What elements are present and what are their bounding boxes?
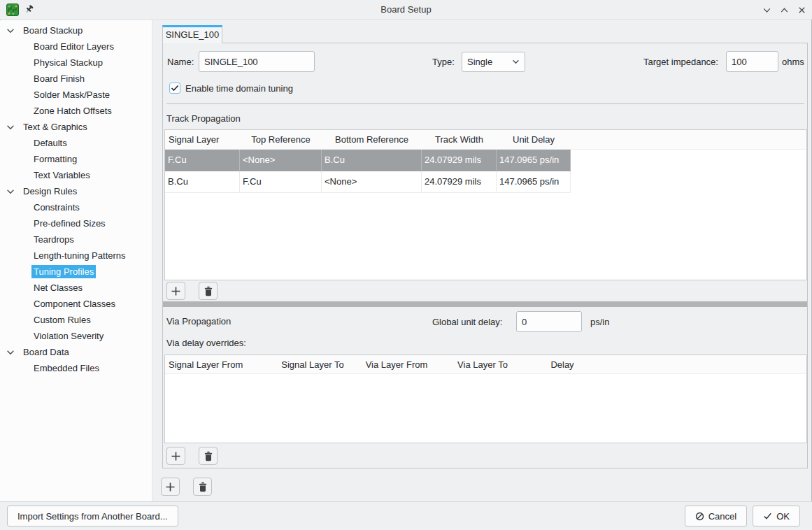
sidebar-item-constraints[interactable]: Constraints <box>0 199 152 215</box>
minimize-button[interactable] <box>762 5 771 15</box>
sidebar-item-tuning-profiles[interactable]: Tuning Profiles <box>0 264 152 280</box>
column-header: Signal Layer To <box>270 355 355 373</box>
delete-profile-button[interactable] <box>193 478 212 496</box>
table-row: B.Cu F.Cu <None> 24.07929 mils 147.0965 … <box>165 171 806 193</box>
column-header: Via Layer To <box>438 355 527 373</box>
check-icon <box>763 512 772 520</box>
enable-time-domain-label[interactable]: Enable time domain tuning <box>185 83 293 94</box>
close-button[interactable] <box>797 5 806 15</box>
global-unit-delay-input[interactable] <box>516 311 582 332</box>
column-header: Track Width <box>422 130 497 149</box>
cell-unit-delay[interactable]: 147.0965 ps/in <box>497 171 571 193</box>
sidebar-item-custom-rules[interactable]: Custom Rules <box>0 312 152 328</box>
sidebar-item-board-finish[interactable]: Board Finish <box>0 71 152 87</box>
cell-signal-layer[interactable]: F.Cu <box>165 150 240 171</box>
target-impedance-unit: ohms <box>782 56 804 69</box>
maximize-button[interactable] <box>779 5 789 15</box>
sidebar-section-text-graphics[interactable]: Text & Graphics <box>0 119 152 135</box>
cell-signal-layer[interactable]: B.Cu <box>165 171 240 193</box>
name-label: Name: <box>167 56 194 69</box>
global-unit-delay-label: Global unit delay: <box>432 316 502 329</box>
cell-bottom-reference[interactable]: B.Cu <box>322 150 422 171</box>
chevron-down-icon <box>512 58 520 66</box>
chevron-down-icon <box>6 27 15 35</box>
chevron-down-icon <box>6 187 15 196</box>
dialog-footer: Import Settings from Another Board... Ca… <box>0 501 812 530</box>
global-unit-delay-unit: ps/in <box>590 316 609 329</box>
enable-time-domain-checkbox[interactable] <box>169 83 180 94</box>
target-impedance-label: Target impedance: <box>643 56 718 69</box>
sidebar-section-label: Board Stackup <box>21 24 85 37</box>
sidebar-item-teardrops[interactable]: Teardrops <box>0 231 152 248</box>
track-propagation-title: Track Propagation <box>166 113 241 124</box>
cell-track-width[interactable]: 24.07929 mils <box>422 150 497 171</box>
import-settings-button[interactable]: Import Settings from Another Board... <box>7 506 178 527</box>
sidebar-item-text-variables[interactable]: Text Variables <box>0 167 152 183</box>
window-title: Board Setup <box>0 0 812 20</box>
sidebar-item-component-classes[interactable]: Component Classes <box>0 296 152 312</box>
sidebar-item-pre-defined-sizes[interactable]: Pre-defined Sizes <box>0 215 152 231</box>
chevron-down-icon <box>6 348 15 357</box>
sidebar-item-embedded-files[interactable]: Embedded Files <box>0 360 152 376</box>
tab-single-100[interactable]: SINGLE_100 <box>162 25 222 43</box>
sidebar-section-board-stackup[interactable]: Board Stackup <box>0 22 152 38</box>
via-propagation-title: Via Propagation <box>166 315 231 327</box>
type-label: Type: <box>432 56 455 69</box>
type-select[interactable]: Single <box>462 52 525 72</box>
add-profile-button[interactable] <box>161 478 180 496</box>
column-header: Signal Layer <box>165 130 240 149</box>
sidebar-item-formatting[interactable]: Formatting <box>0 151 152 167</box>
sidebar-item-length-tuning-patterns[interactable]: Length-tuning Patterns <box>0 248 152 264</box>
sidebar-item-solder-mask-paste[interactable]: Solder Mask/Paste <box>0 87 152 103</box>
column-header: Via Layer From <box>355 355 438 373</box>
title-bar: Board Setup <box>0 0 812 20</box>
cell-top-reference[interactable]: <None> <box>240 150 322 171</box>
close-icon <box>797 6 806 15</box>
sidebar: Board Stackup Board Editor Layers Physic… <box>0 20 152 501</box>
plus-icon <box>165 482 176 492</box>
sidebar-item-net-classes[interactable]: Net Classes <box>0 280 152 296</box>
name-input[interactable] <box>199 51 315 72</box>
plus-icon <box>171 451 181 461</box>
column-header: Top Reference <box>240 130 322 149</box>
sidebar-item-physical-stackup[interactable]: Physical Stackup <box>0 55 152 71</box>
sidebar-section-label: Design Rules <box>21 185 79 198</box>
sidebar-item-defaults[interactable]: Defaults <box>0 135 152 151</box>
add-track-row-button[interactable] <box>166 282 185 300</box>
sidebar-section-label: Text & Graphics <box>21 120 90 134</box>
via-overrides-table: Signal Layer From Signal Layer To Via La… <box>164 354 807 443</box>
track-propagation-table: Signal Layer Top Reference Bottom Refere… <box>164 129 807 280</box>
trash-icon <box>204 451 213 461</box>
delete-track-row-button[interactable] <box>199 282 218 300</box>
window-controls <box>762 0 806 20</box>
sidebar-section-design-rules[interactable]: Design Rules <box>0 183 152 199</box>
chevron-up-icon <box>780 6 789 15</box>
cell-top-reference[interactable]: F.Cu <box>240 171 322 193</box>
chevron-down-icon <box>762 6 771 15</box>
sidebar-item-zone-hatch-offsets[interactable]: Zone Hatch Offsets <box>0 103 152 119</box>
column-header: Delay <box>527 355 597 373</box>
cancel-button[interactable]: Cancel <box>685 506 747 527</box>
section-divider <box>166 103 804 104</box>
sidebar-item-board-editor-layers[interactable]: Board Editor Layers <box>0 38 152 55</box>
chevron-down-icon <box>6 123 15 131</box>
trash-icon <box>198 482 208 492</box>
delete-via-override-button[interactable] <box>199 447 218 465</box>
sidebar-section-board-data[interactable]: Board Data <box>0 344 152 360</box>
type-selected-value: Single <box>467 57 492 67</box>
cell-track-width[interactable]: 24.07929 mils <box>422 171 497 193</box>
trash-icon <box>204 286 213 296</box>
track-table-header: Signal Layer Top Reference Bottom Refere… <box>165 130 806 150</box>
target-impedance-input[interactable] <box>726 51 778 72</box>
tuning-profile-panel: Name: Type: Single Target impedance: ohm… <box>162 43 808 468</box>
column-header: Bottom Reference <box>322 130 422 149</box>
column-header: Unit Delay <box>497 130 571 149</box>
sidebar-section-label: Board Data <box>21 345 71 359</box>
cell-bottom-reference[interactable]: <None> <box>322 171 422 193</box>
cell-unit-delay[interactable]: 147.0965 ps/in <box>497 150 571 171</box>
ok-button[interactable]: OK <box>753 506 800 527</box>
add-via-override-button[interactable] <box>166 447 185 465</box>
sidebar-item-violation-severity[interactable]: Violation Severity <box>0 328 152 344</box>
splitter-sash[interactable] <box>163 301 807 307</box>
via-table-header: Signal Layer From Signal Layer To Via La… <box>165 355 806 374</box>
